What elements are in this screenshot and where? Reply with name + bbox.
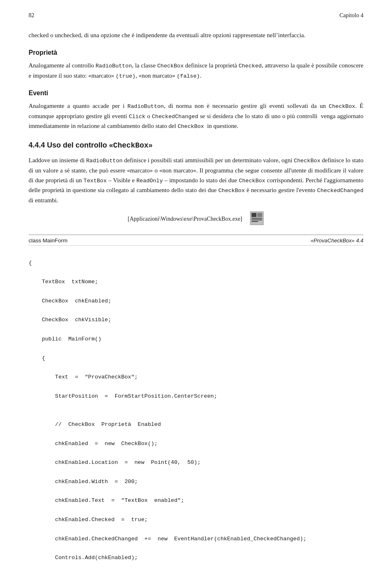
code-line-15: chkEnabled.CheckedChanged += new EventHa… [29, 534, 363, 544]
false-inline-code: (false) [177, 73, 200, 79]
readonly-inline: ReadOnly [136, 178, 163, 184]
click-inline-code: Click [129, 114, 145, 120]
file-icon [249, 211, 264, 227]
code-line-10: chkEnabled = new CheckBox(); [29, 439, 363, 449]
svg-rect-5 [257, 213, 262, 217]
code-header-left: class MainForm [29, 237, 67, 244]
proprieta-paragraph: Analogamente al controllo RadioButton, l… [29, 60, 363, 81]
subsection-number: 4.4.4 [29, 141, 45, 149]
page-header: 82 Capitolo 4 [29, 12, 363, 19]
svg-rect-4 [252, 221, 258, 222]
page: 82 Capitolo 4 checked o unchecked, di un… [0, 0, 392, 573]
svg-rect-1 [252, 213, 256, 217]
file-path-text: [Applicazioni\Windows\exe\ProvaCheckBox.… [128, 216, 243, 222]
code-block-header: class MainForm «ProvaCheckBox» 4.4 [29, 235, 363, 246]
code-line-14: chkEnabled.Checked = true; [29, 515, 363, 525]
checkbox-inline6: CheckBox [218, 188, 245, 194]
eventi-heading: Eventi [29, 90, 363, 97]
code-header-right: «ProvaCheckBox» 4.4 [311, 237, 363, 244]
svg-rect-3 [252, 219, 262, 220]
proprieta-heading: Proprietà [29, 49, 363, 56]
code-line-4: public MainForm() [29, 334, 363, 344]
code-line-11: chkEnabled.Location = new Point(40, 50); [29, 458, 363, 468]
code-line-2: CheckBox chkEnabled; [29, 296, 363, 306]
code-line-1: TextBox txtNome; [29, 277, 363, 287]
subsection-paragraph: Laddove un insieme di RadioButton defini… [29, 155, 363, 205]
checkbox-subsection-title: CheckBox [113, 141, 148, 150]
checkedchanged-inline-code: CheckedChanged [152, 114, 198, 120]
subsection-heading: 4.4.4 Uso del controllo «CheckBox» [29, 141, 363, 150]
radiobutton-inline3: RadioButton [86, 158, 122, 164]
code-body: { TextBox txtNome; CheckBox chkEnabled; … [29, 246, 363, 573]
code-line-9: // CheckBox Proprietà Enabled [29, 420, 363, 430]
radiobutton-inline-code: RadioButton [96, 63, 132, 69]
code-line-0: { [29, 258, 363, 268]
intro-paragraph: checked o unchecked, di una opzione che … [29, 30, 363, 40]
checkbox-inline4: CheckBox [294, 158, 321, 164]
code-line-5: { [29, 354, 363, 363]
chapter-title: Capitolo 4 [339, 12, 363, 19]
checkbox-inline-code2: CheckBox [329, 103, 355, 110]
code-line-13: chkEnabled.Text = "TextBox enabled"; [29, 496, 363, 506]
code-line-7: StartPosition = FormStartPosition.Center… [29, 392, 363, 401]
code-block-container: class MainForm «ProvaCheckBox» 4.4 { Tex… [29, 235, 363, 573]
checkedchanged-inline2: CheckedChanged [317, 188, 363, 194]
code-line-6: Text = "ProvaCheckBox"; [29, 372, 363, 382]
code-line-12: chkEnabled.Width = 200; [29, 477, 363, 487]
textbox-inline: TextBox [84, 178, 107, 184]
file-path-line: [Applicazioni\Windows\exe\ProvaCheckBox.… [29, 211, 363, 227]
true-inline-code: (true) [116, 73, 136, 79]
checkbox-inline5: CheckBox [239, 178, 265, 184]
code-line-16: Controls.Add(chkEnabled); [29, 553, 363, 563]
eventi-paragraph: Analogamente a quanto accade per i Radio… [29, 101, 363, 131]
code-line-3: CheckBox chkVisible; [29, 315, 363, 325]
checkbox-inline-code: CheckBox [157, 63, 184, 69]
checked-inline-code: Checked [238, 63, 262, 69]
page-number: 82 [29, 12, 34, 19]
checkbox-inline-code3: CheckBox [178, 123, 204, 130]
radiobutton-inline-code2: RadioButton [127, 103, 164, 110]
svg-rect-2 [252, 218, 262, 219]
